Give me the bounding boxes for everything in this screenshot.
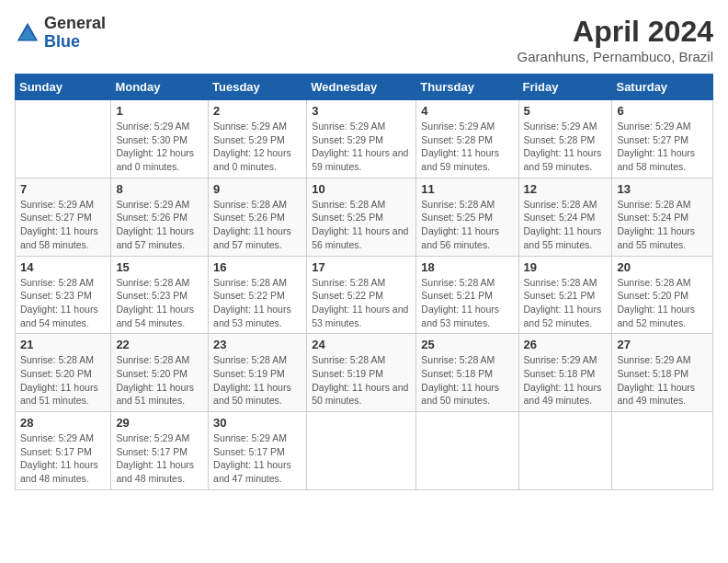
page-header: General Blue April 2024 Garanhuns, Perna… (15, 15, 713, 64)
calendar-cell: 29Sunrise: 5:29 AMSunset: 5:17 PMDayligh… (111, 412, 209, 490)
day-info: Sunrise: 5:28 AMSunset: 5:20 PMDaylight:… (116, 353, 203, 408)
day-info: Sunrise: 5:28 AMSunset: 5:24 PMDaylight:… (524, 198, 608, 252)
calendar-cell: 5Sunrise: 5:29 AMSunset: 5:28 PMDaylight… (518, 100, 612, 178)
day-info: Sunrise: 5:29 AMSunset: 5:18 PMDaylight:… (617, 353, 708, 408)
day-info: Sunrise: 5:29 AMSunset: 5:27 PMDaylight:… (20, 198, 106, 252)
logo-general-text: General (44, 15, 106, 33)
calendar-cell: 13Sunrise: 5:28 AMSunset: 5:24 PMDayligh… (612, 178, 713, 256)
calendar-week-5: 28Sunrise: 5:29 AMSunset: 5:17 PMDayligh… (16, 412, 713, 490)
logo: General Blue (15, 15, 106, 52)
day-info: Sunrise: 5:28 AMSunset: 5:20 PMDaylight:… (20, 353, 106, 408)
day-number: 8 (116, 182, 203, 196)
calendar-cell: 30Sunrise: 5:29 AMSunset: 5:17 PMDayligh… (209, 412, 307, 490)
day-number: 1 (116, 104, 203, 118)
day-info: Sunrise: 5:29 AMSunset: 5:27 PMDaylight:… (617, 120, 708, 174)
calendar-cell: 14Sunrise: 5:28 AMSunset: 5:23 PMDayligh… (16, 256, 111, 334)
day-info: Sunrise: 5:28 AMSunset: 5:21 PMDaylight:… (524, 276, 608, 330)
day-number: 23 (213, 338, 301, 351)
day-number: 21 (20, 338, 106, 351)
calendar-cell: 6Sunrise: 5:29 AMSunset: 5:27 PMDaylight… (612, 100, 713, 178)
calendar-week-3: 14Sunrise: 5:28 AMSunset: 5:23 PMDayligh… (16, 256, 713, 334)
day-number: 3 (312, 104, 411, 118)
calendar-cell (612, 412, 713, 490)
day-number: 7 (20, 182, 106, 196)
day-info: Sunrise: 5:28 AMSunset: 5:19 PMDaylight:… (312, 353, 411, 408)
day-number: 10 (312, 182, 411, 196)
calendar-cell: 22Sunrise: 5:28 AMSunset: 5:20 PMDayligh… (111, 334, 209, 412)
day-info: Sunrise: 5:29 AMSunset: 5:18 PMDaylight:… (524, 353, 608, 408)
day-info: Sunrise: 5:28 AMSunset: 5:25 PMDaylight:… (421, 198, 513, 252)
day-number: 16 (213, 260, 301, 274)
calendar-cell: 3Sunrise: 5:29 AMSunset: 5:29 PMDaylight… (307, 100, 416, 178)
day-number: 9 (213, 182, 301, 196)
page-title: April 2024 (518, 15, 713, 49)
day-info: Sunrise: 5:28 AMSunset: 5:22 PMDaylight:… (312, 276, 411, 330)
day-number: 14 (20, 260, 106, 274)
day-info: Sunrise: 5:28 AMSunset: 5:19 PMDaylight:… (213, 353, 301, 408)
day-number: 15 (116, 260, 203, 274)
calendar-cell: 1Sunrise: 5:29 AMSunset: 5:30 PMDaylight… (111, 100, 209, 178)
header-sunday: Sunday (16, 75, 111, 100)
day-number: 24 (312, 338, 411, 351)
logo-icon (15, 20, 40, 46)
day-number: 20 (617, 260, 708, 274)
header-friday: Friday (518, 75, 612, 100)
day-number: 22 (116, 338, 203, 351)
calendar-cell: 12Sunrise: 5:28 AMSunset: 5:24 PMDayligh… (518, 178, 612, 256)
day-info: Sunrise: 5:29 AMSunset: 5:29 PMDaylight:… (312, 120, 411, 174)
calendar-week-4: 21Sunrise: 5:28 AMSunset: 5:20 PMDayligh… (16, 334, 713, 412)
day-number: 19 (524, 260, 608, 274)
day-info: Sunrise: 5:29 AMSunset: 5:28 PMDaylight:… (524, 120, 608, 174)
calendar-week-1: 1Sunrise: 5:29 AMSunset: 5:30 PMDaylight… (16, 100, 713, 178)
calendar-cell: 4Sunrise: 5:29 AMSunset: 5:28 PMDaylight… (416, 100, 518, 178)
calendar-table: SundayMondayTuesdayWednesdayThursdayFrid… (15, 74, 713, 490)
header-saturday: Saturday (612, 75, 713, 100)
calendar-cell: 10Sunrise: 5:28 AMSunset: 5:25 PMDayligh… (307, 178, 416, 256)
day-info: Sunrise: 5:29 AMSunset: 5:30 PMDaylight:… (116, 120, 203, 174)
calendar-cell: 24Sunrise: 5:28 AMSunset: 5:19 PMDayligh… (307, 334, 416, 412)
calendar-week-2: 7Sunrise: 5:29 AMSunset: 5:27 PMDaylight… (16, 178, 713, 256)
day-info: Sunrise: 5:28 AMSunset: 5:24 PMDaylight:… (617, 198, 708, 252)
calendar-cell: 28Sunrise: 5:29 AMSunset: 5:17 PMDayligh… (16, 412, 111, 490)
calendar-cell: 18Sunrise: 5:28 AMSunset: 5:21 PMDayligh… (416, 256, 518, 334)
day-info: Sunrise: 5:28 AMSunset: 5:26 PMDaylight:… (213, 198, 301, 252)
day-number: 12 (524, 182, 608, 196)
calendar-cell: 27Sunrise: 5:29 AMSunset: 5:18 PMDayligh… (612, 334, 713, 412)
day-info: Sunrise: 5:28 AMSunset: 5:23 PMDaylight:… (116, 276, 203, 330)
day-number: 25 (421, 338, 513, 351)
calendar-cell: 16Sunrise: 5:28 AMSunset: 5:22 PMDayligh… (209, 256, 307, 334)
header-tuesday: Tuesday (209, 75, 307, 100)
day-number: 29 (116, 416, 203, 430)
calendar-cell: 21Sunrise: 5:28 AMSunset: 5:20 PMDayligh… (16, 334, 111, 412)
day-info: Sunrise: 5:28 AMSunset: 5:18 PMDaylight:… (421, 353, 513, 408)
page-subtitle: Garanhuns, Pernambuco, Brazil (518, 49, 713, 64)
day-info: Sunrise: 5:28 AMSunset: 5:21 PMDaylight:… (421, 276, 513, 330)
day-number: 11 (421, 182, 513, 196)
calendar-cell: 15Sunrise: 5:28 AMSunset: 5:23 PMDayligh… (111, 256, 209, 334)
day-number: 6 (617, 104, 708, 118)
calendar-cell: 19Sunrise: 5:28 AMSunset: 5:21 PMDayligh… (518, 256, 612, 334)
calendar-cell (307, 412, 416, 490)
day-info: Sunrise: 5:28 AMSunset: 5:22 PMDaylight:… (213, 276, 301, 330)
header-thursday: Thursday (416, 75, 518, 100)
calendar-cell (416, 412, 518, 490)
day-info: Sunrise: 5:29 AMSunset: 5:26 PMDaylight:… (116, 198, 203, 252)
calendar-cell: 26Sunrise: 5:29 AMSunset: 5:18 PMDayligh… (518, 334, 612, 412)
day-info: Sunrise: 5:29 AMSunset: 5:29 PMDaylight:… (213, 120, 301, 174)
header-wednesday: Wednesday (307, 75, 416, 100)
day-info: Sunrise: 5:29 AMSunset: 5:17 PMDaylight:… (20, 431, 106, 486)
calendar-cell: 8Sunrise: 5:29 AMSunset: 5:26 PMDaylight… (111, 178, 209, 256)
day-info: Sunrise: 5:29 AMSunset: 5:17 PMDaylight:… (116, 431, 203, 486)
day-info: Sunrise: 5:28 AMSunset: 5:23 PMDaylight:… (20, 276, 106, 330)
day-info: Sunrise: 5:28 AMSunset: 5:25 PMDaylight:… (312, 198, 411, 252)
day-number: 2 (213, 104, 301, 118)
calendar-header-row: SundayMondayTuesdayWednesdayThursdayFrid… (16, 75, 713, 100)
calendar-cell: 25Sunrise: 5:28 AMSunset: 5:18 PMDayligh… (416, 334, 518, 412)
day-number: 26 (524, 338, 608, 351)
logo-blue-text: Blue (44, 33, 106, 52)
title-block: April 2024 Garanhuns, Pernambuco, Brazil (518, 15, 713, 64)
day-number: 18 (421, 260, 513, 274)
calendar-cell: 20Sunrise: 5:28 AMSunset: 5:20 PMDayligh… (612, 256, 713, 334)
day-info: Sunrise: 5:29 AMSunset: 5:28 PMDaylight:… (421, 120, 513, 174)
calendar-cell: 2Sunrise: 5:29 AMSunset: 5:29 PMDaylight… (209, 100, 307, 178)
